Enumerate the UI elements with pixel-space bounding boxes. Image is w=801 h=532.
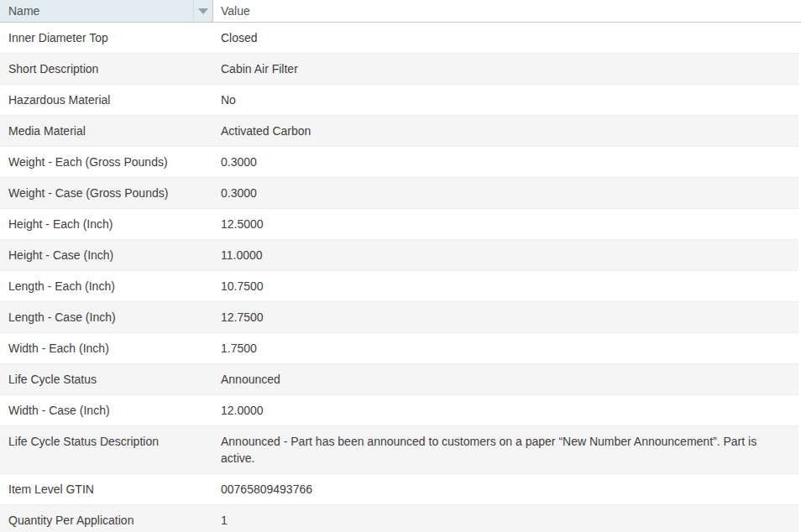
property-value: 1.7500 xyxy=(213,333,798,363)
property-value: 12.7500 xyxy=(213,302,798,332)
table-row[interactable]: Width - Each (Inch) 1.7500 xyxy=(0,333,798,364)
property-name: Item Level GTIN xyxy=(0,474,213,504)
caret-down-icon xyxy=(198,8,208,14)
property-name: Weight - Each (Gross Pounds) xyxy=(0,147,213,177)
property-value: Cabin Air Filter xyxy=(213,54,798,84)
property-name: Length - Case (Inch) xyxy=(0,302,213,332)
property-name: Short Description xyxy=(0,54,213,84)
property-value: No xyxy=(213,85,798,115)
property-name: Inner Diameter Top xyxy=(0,23,213,53)
property-name: Quantity Per Application xyxy=(0,505,213,532)
table-row[interactable]: Width - Case (Inch) 12.0000 xyxy=(0,395,798,426)
property-value: 1 xyxy=(213,505,798,532)
property-name: Weight - Case (Gross Pounds) xyxy=(0,178,213,208)
column-header-name[interactable]: Name xyxy=(0,0,213,22)
property-name: Life Cycle Status Description xyxy=(0,426,213,473)
table-row[interactable]: Quantity Per Application 1 xyxy=(0,505,798,532)
property-value: 0.3000 xyxy=(213,178,798,208)
table-row[interactable]: Height - Case (Inch) 11.0000 xyxy=(0,240,798,271)
property-name: Height - Case (Inch) xyxy=(0,240,213,270)
column-header-value-label: Value xyxy=(221,4,250,18)
table-row[interactable]: Length - Case (Inch) 12.7500 xyxy=(0,302,798,333)
table-row[interactable]: Item Level GTIN 00765809493766 xyxy=(0,474,798,505)
property-name: Height - Each (Inch) xyxy=(0,209,213,239)
property-table-body: Inner Diameter Top Closed Short Descript… xyxy=(0,23,801,532)
property-grid: Name Value Inner Diameter Top Closed Sho… xyxy=(0,0,801,532)
table-header: Name Value xyxy=(0,0,801,23)
property-value: 12.0000 xyxy=(213,395,798,425)
property-name: Hazardous Material xyxy=(0,85,213,115)
property-value: 00765809493766 xyxy=(213,474,798,504)
property-name: Length - Each (Inch) xyxy=(0,271,213,301)
table-row[interactable]: Life Cycle Status Description Announced … xyxy=(0,426,798,474)
table-row[interactable]: Length - Each (Inch) 10.7500 xyxy=(0,271,798,302)
property-value: 11.0000 xyxy=(213,240,798,270)
property-value: Announced xyxy=(213,364,798,394)
property-value: 12.5000 xyxy=(213,209,798,239)
property-value: 0.3000 xyxy=(213,147,798,177)
table-row[interactable]: Media Material Activated Carbon xyxy=(0,116,798,147)
table-row[interactable]: Height - Each (Inch) 12.5000 xyxy=(0,209,798,240)
property-name: Width - Case (Inch) xyxy=(0,395,213,425)
table-row[interactable]: Weight - Each (Gross Pounds) 0.3000 xyxy=(0,147,798,178)
property-value: Activated Carbon xyxy=(213,116,798,146)
property-name: Width - Each (Inch) xyxy=(0,333,213,363)
table-row[interactable]: Hazardous Material No xyxy=(0,85,798,116)
table-row[interactable]: Weight - Case (Gross Pounds) 0.3000 xyxy=(0,178,798,209)
table-row[interactable]: Short Description Cabin Air Filter xyxy=(0,54,798,85)
table-row[interactable]: Life Cycle Status Announced xyxy=(0,364,798,395)
column-menu-button[interactable] xyxy=(193,0,212,22)
column-header-name-label: Name xyxy=(8,4,39,18)
table-row[interactable]: Inner Diameter Top Closed xyxy=(0,23,798,54)
property-value: Announced - Part has been announced to c… xyxy=(213,426,798,473)
column-header-value[interactable]: Value xyxy=(213,0,801,22)
property-value: 10.7500 xyxy=(213,271,798,301)
property-value: Closed xyxy=(213,23,798,53)
property-name: Life Cycle Status xyxy=(0,364,213,394)
property-name: Media Material xyxy=(0,116,213,146)
